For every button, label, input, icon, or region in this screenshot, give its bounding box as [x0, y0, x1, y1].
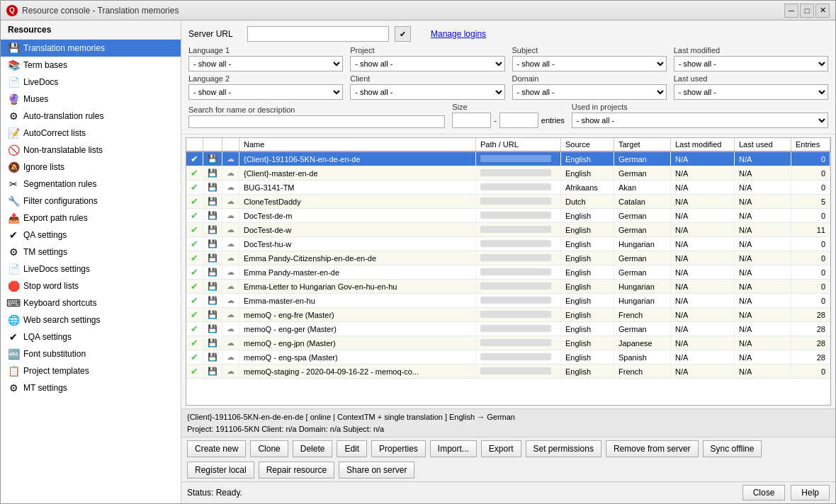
sidebar-item-non-translatable-lists[interactable]: 🚫Non-translatable lists [1, 142, 181, 159]
sidebar-item-web-search-settings[interactable]: 🌐Web search settings [1, 311, 181, 328]
register-local-button[interactable]: Register local [187, 462, 254, 479]
table-row[interactable]: ✔ 💾 ☁ {Client}-master-en-de English Germ… [186, 166, 830, 181]
sidebar-item-autocorrect-lists[interactable]: 📝AutoCorrect lists [1, 125, 181, 142]
cell-entries: 0 [791, 237, 830, 251]
used-in-projects-select[interactable]: - show all - [572, 113, 828, 128]
last-used-select[interactable]: - show all - [674, 84, 828, 100]
last-modified-group: Last modified - show all - [674, 46, 828, 71]
table-row[interactable]: ✔ 💾 ☁ DocTest-de-w English German N/A N/… [186, 223, 830, 237]
cell-name: CloneTestDaddy [239, 195, 476, 209]
size-group: Size - entries [452, 103, 565, 128]
close-window-button[interactable]: ✕ [815, 4, 830, 18]
size-from-input[interactable] [452, 113, 491, 128]
size-to-input[interactable] [499, 113, 538, 128]
sidebar-item-export-path-rules[interactable]: 📤Export path rules [1, 210, 181, 227]
server-url-confirm-button[interactable]: ✔ [395, 26, 411, 42]
sidebar-item-translation-memories[interactable]: 💾Translation memories [1, 40, 181, 57]
import-button[interactable]: Import... [430, 440, 477, 457]
delete-button[interactable]: Delete [293, 440, 333, 457]
cell-name: Emma Pandy-master-en-de [239, 265, 476, 280]
table-row[interactable]: ✔ 💾 ☁ Emma Pandy-master-en-de English Ge… [186, 265, 830, 280]
cell-path [476, 195, 561, 209]
maximize-button[interactable]: □ [800, 4, 814, 18]
col-cloud [222, 138, 239, 151]
sidebar-item-project-templates[interactable]: 📋Project templates [1, 362, 181, 379]
sidebar-item-stop-word-lists[interactable]: 🛑Stop word lists [1, 277, 181, 294]
search-input[interactable] [188, 115, 445, 128]
sidebar-item-ignore-lists[interactable]: 🔕Ignore lists [1, 159, 181, 176]
table-row[interactable]: ✔ 💾 ☁ memoQ - eng-fre (Master) English F… [186, 308, 830, 322]
minimize-button[interactable]: ─ [784, 4, 798, 18]
table-row[interactable]: ✔ 💾 ☁ CloneTestDaddy Dutch Catalan N/A N… [186, 195, 830, 209]
sync-offline-button[interactable]: Sync offline [703, 440, 762, 457]
table-row[interactable]: ✔ 💾 ☁ DocTest-hu-w English Hungarian N/A… [186, 237, 830, 251]
cell-target: Hungarian [614, 280, 671, 294]
main-window: Q Resource console - Translation memorie… [0, 0, 836, 504]
table-row[interactable]: ✔ 💾 ☁ memoQ - eng-spa (Master) English S… [186, 350, 830, 365]
repair-resource-button[interactable]: Repair resource [259, 462, 334, 479]
project-label: Project [350, 46, 504, 55]
tm-table-body: ✔ 💾 ☁ {Client}-191106-5KN-en-de-en-de En… [186, 151, 830, 379]
last-used-label: Last used [674, 74, 828, 83]
sidebar-item-filter-configurations[interactable]: 🔧Filter configurations [1, 193, 181, 210]
table-row[interactable]: ✔ 💾 ☁ Emma-Letter to Hungarian Gov-en-hu… [186, 280, 830, 294]
table-row[interactable]: ✔ 💾 ☁ memoQ - eng-jpn (Master) English J… [186, 336, 830, 350]
last-modified-select[interactable]: - show all - [674, 56, 828, 71]
table-row[interactable]: ✔ 💾 ☁ Emma-master-en-hu English Hungaria… [186, 294, 830, 308]
language1-select[interactable]: - show all - [188, 56, 343, 71]
sidebar-item-livedocs-settings[interactable]: 📄LiveDocs settings [1, 260, 181, 277]
cell-cloud: ☁ [222, 336, 239, 350]
cell-path [476, 265, 561, 280]
remove-from-server-button[interactable]: Remove from server [606, 440, 699, 457]
content-area: Server URL ✔ Manage logins Language 1 - … [181, 21, 835, 503]
client-select[interactable]: - show all - [350, 84, 504, 100]
sidebar-item-mt-settings[interactable]: ⚙MT settings [1, 379, 181, 396]
domain-select[interactable]: - show all - [512, 84, 667, 100]
size-unit: entries [541, 116, 565, 125]
subject-select[interactable]: - show all - [512, 56, 667, 71]
cell-last-modified: N/A [671, 166, 735, 181]
table-row[interactable]: ✔ 💾 ☁ memoQ-staging - 2020-04-09-16-22 -… [186, 365, 830, 379]
size-row: - entries [452, 113, 565, 128]
server-url-input[interactable] [247, 26, 389, 42]
clone-button[interactable]: Clone [250, 440, 288, 457]
properties-button[interactable]: Properties [371, 440, 426, 457]
sidebar-item-keyboard-shortcuts[interactable]: ⌨Keyboard shortcuts [1, 294, 181, 311]
cell-entries: 0 [791, 181, 830, 195]
cell-icon: 💾 [203, 350, 222, 365]
share-on-server-button[interactable]: Share on server [339, 462, 414, 479]
table-row[interactable]: ✔ 💾 ☁ {Client}-191106-5KN-en-de-en-de En… [186, 151, 830, 166]
sidebar-item-tm-settings[interactable]: ⚙TM settings [1, 244, 181, 260]
close-button[interactable]: Close [742, 485, 786, 500]
sidebar-item-term-bases[interactable]: 📚Term bases [1, 57, 181, 74]
edit-button[interactable]: Edit [337, 440, 367, 457]
help-button[interactable]: Help [791, 485, 830, 500]
table-row[interactable]: ✔ 💾 ☁ Emma Pandy-Citizenship-en-de-en-de… [186, 251, 830, 265]
sidebar-label-livedocs: LiveDocs [23, 77, 58, 87]
sidebar-item-auto-translation-rules[interactable]: ⚙Auto-translation rules [1, 108, 181, 125]
sidebar-item-muses[interactable]: 🔮Muses [1, 91, 181, 108]
cell-entries: 28 [791, 350, 830, 365]
sidebar-item-lqa-settings[interactable]: ✔LQA settings [1, 328, 181, 345]
project-select[interactable]: - show all - [350, 56, 504, 71]
sidebar-item-livedocs[interactable]: 📄LiveDocs [1, 74, 181, 91]
table-row[interactable]: ✔ 💾 ☁ memoQ - eng-ger (Master) English G… [186, 322, 830, 336]
language2-select[interactable]: - show all - [188, 84, 343, 100]
set-permissions-button[interactable]: Set permissions [526, 440, 601, 457]
sidebar-item-qa-settings[interactable]: ✔QA settings [1, 227, 181, 244]
table-row[interactable]: ✔ 💾 ☁ BUG-3141-TM Afrikaans Akan N/A N/A… [186, 181, 830, 195]
cell-path [476, 151, 561, 166]
sidebar-item-segmentation-rules[interactable]: ✂Segmentation rules [1, 176, 181, 193]
sidebar-item-font-substitution[interactable]: 🔤Font substitution [1, 345, 181, 362]
cell-target: German [614, 223, 671, 237]
cell-icon: 💾 [203, 322, 222, 336]
manage-logins-link[interactable]: Manage logins [431, 29, 486, 39]
sidebar-label-segmentation-rules: Segmentation rules [23, 179, 96, 189]
cell-icon: 💾 [203, 209, 222, 223]
cell-icon: 💾 [203, 336, 222, 350]
create-new-button[interactable]: Create new [187, 440, 246, 457]
subject-label: Subject [512, 46, 667, 55]
cell-source: English [561, 308, 614, 322]
table-row[interactable]: ✔ 💾 ☁ DocTest-de-m English German N/A N/… [186, 209, 830, 223]
export-button[interactable]: Export [481, 440, 521, 457]
